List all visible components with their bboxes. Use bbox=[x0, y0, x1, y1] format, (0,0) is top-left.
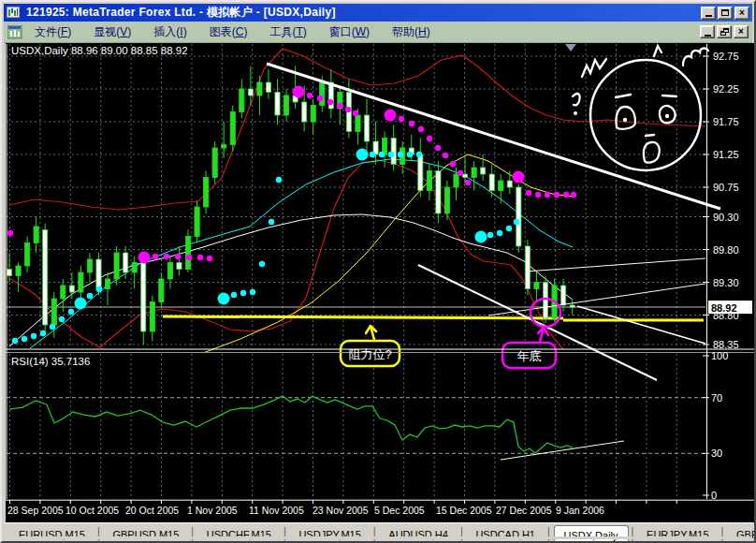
doodle-dot bbox=[665, 114, 669, 118]
status-strip bbox=[4, 536, 752, 539]
window-title: 121925: MetaTrader Forex Ltd. - 模拟帐户 - [… bbox=[26, 5, 701, 21]
price-tick-label: 89.80 bbox=[713, 244, 739, 256]
sar-dot-cyan bbox=[407, 152, 413, 157]
rsi-indicator-label: RSI(14) 35.7136 bbox=[11, 356, 90, 367]
chart-tab-eurusd-m15[interactable]: EURUSD,M15 bbox=[9, 526, 94, 542]
child-close-button[interactable]: × bbox=[734, 25, 749, 38]
doodle-stroke bbox=[646, 135, 654, 136]
rsi-tick-label: 0 bbox=[711, 490, 717, 501]
chart-tab-usdx-daily[interactable]: USDX,Daily bbox=[554, 525, 629, 543]
sar-dot-magenta bbox=[345, 107, 351, 112]
chart-tab-gbpchf-m15[interactable]: GBPCHF,M15 bbox=[727, 526, 756, 542]
sar-dot-magenta bbox=[207, 256, 212, 261]
sar-dot-magenta bbox=[164, 254, 169, 259]
sar-dot-magenta bbox=[293, 86, 305, 98]
sar-dot-magenta bbox=[435, 145, 441, 151]
minimize-button[interactable] bbox=[701, 7, 716, 20]
menu-item-t[interactable]: 工具(T) bbox=[261, 22, 314, 42]
chart-tab-eurjpy-m15[interactable]: EURJPY,M15 bbox=[637, 526, 718, 542]
chart-tab-usdcad-h1[interactable]: USDCAD,H1 bbox=[466, 526, 545, 542]
date-label: 15 Dec 2005 bbox=[436, 505, 492, 516]
price-tick-label: 91.25 bbox=[713, 149, 739, 160]
sar-dot-magenta bbox=[443, 153, 448, 158]
chart-tab-audusd-h4[interactable]: AUDUSD,H4 bbox=[379, 526, 458, 542]
sar-dot-magenta bbox=[337, 103, 342, 109]
sar-dot-magenta bbox=[513, 171, 525, 183]
menu-item-w[interactable]: 窗口(W) bbox=[321, 22, 378, 42]
sar-dot-cyan bbox=[68, 309, 74, 315]
sar-dot-magenta bbox=[545, 192, 550, 198]
chart-canvas[interactable]: 阻力位?年底92.7592.2591.7591.2590.7590.3089.8… bbox=[2, 43, 756, 522]
sar-dot-cyan bbox=[40, 330, 46, 336]
candle bbox=[230, 106, 235, 152]
app-icon bbox=[7, 6, 22, 20]
sar-dot-cyan bbox=[87, 293, 93, 299]
tab-divider: │ bbox=[545, 527, 554, 542]
metatrader-window: 121925: MetaTrader Forex Ltd. - 模拟帐户 - [… bbox=[0, 0, 756, 543]
candle bbox=[141, 257, 146, 345]
rsi-tick-label: 100 bbox=[711, 350, 728, 361]
sar-dot-magenta bbox=[427, 136, 432, 141]
sar-dot-cyan bbox=[75, 298, 87, 310]
sar-dot-magenta bbox=[571, 192, 576, 198]
chart-tab-usdjpy-m15[interactable]: USDJPY,M15 bbox=[289, 526, 370, 542]
sar-dot-cyan bbox=[356, 149, 369, 161]
sar-dot-cyan bbox=[250, 289, 255, 295]
close-icon: × bbox=[739, 8, 745, 18]
tab-divider: │ bbox=[94, 527, 104, 542]
sar-dot-cyan bbox=[59, 316, 65, 322]
sar-dot-cyan bbox=[96, 286, 102, 292]
close-button[interactable]: × bbox=[734, 7, 749, 20]
sar-dot-magenta bbox=[563, 192, 569, 198]
child-restore-button[interactable] bbox=[717, 25, 732, 38]
date-label: 20 Oct 2005 bbox=[125, 505, 179, 516]
sar-dot-magenta bbox=[197, 255, 203, 260]
price-tick-label: 89.30 bbox=[713, 277, 739, 288]
sar-dot-magenta bbox=[307, 93, 313, 98]
sar-dot-cyan bbox=[12, 338, 18, 344]
candle bbox=[525, 240, 530, 296]
sar-dot-magenta bbox=[138, 252, 151, 264]
tab-divider: │ bbox=[458, 527, 467, 542]
sar-dot-cyan bbox=[50, 324, 55, 330]
sar-dot-magenta bbox=[418, 126, 424, 132]
candle bbox=[204, 171, 209, 214]
candle bbox=[185, 230, 190, 273]
sar-dot-magenta bbox=[7, 230, 13, 236]
price-tick-label: 92.25 bbox=[713, 83, 739, 95]
chart-tab-usdchf-m15[interactable]: USDCHF,M15 bbox=[197, 526, 281, 542]
sar-dot-magenta bbox=[186, 255, 192, 260]
annotation-text: 阻力位? bbox=[348, 347, 391, 361]
tab-divider: │ bbox=[281, 527, 290, 542]
menu-item-c[interactable]: 图表(C) bbox=[201, 22, 256, 42]
title-bar[interactable]: 121925: MetaTrader Forex Ltd. - 模拟帐户 - [… bbox=[4, 4, 752, 22]
menu-item-h[interactable]: 帮助(H) bbox=[384, 22, 439, 42]
date-label: 5 Dec 2005 bbox=[374, 505, 425, 516]
sar-dot-cyan bbox=[269, 219, 274, 225]
sar-dot-cyan bbox=[475, 231, 487, 243]
chart-tab-gbpusd-m15[interactable]: GBPUSD,M15 bbox=[103, 526, 188, 542]
maximize-button[interactable] bbox=[718, 7, 733, 20]
menu-item-f[interactable]: 文件(F) bbox=[26, 22, 80, 42]
candle bbox=[516, 184, 521, 254]
menu-item-i[interactable]: 插入(I) bbox=[145, 22, 195, 42]
rsi-tick-label: 30 bbox=[711, 448, 722, 459]
price-tick-label: 88.35 bbox=[713, 339, 739, 350]
sar-dot-cyan bbox=[218, 293, 230, 305]
sar-dot-cyan bbox=[276, 177, 282, 183]
sar-dot-cyan bbox=[398, 152, 403, 157]
sar-dot-magenta bbox=[353, 110, 358, 116]
date-label: 9 Jan 2006 bbox=[556, 505, 604, 516]
tab-divider: │ bbox=[188, 527, 197, 542]
sar-dot-magenta bbox=[465, 180, 471, 185]
sar-dot-cyan bbox=[240, 290, 246, 296]
sar-dot-cyan bbox=[416, 152, 422, 157]
child-minimize-button[interactable] bbox=[700, 25, 715, 38]
menu-item-v[interactable]: 显视(V) bbox=[85, 22, 139, 42]
sar-dot-magenta bbox=[458, 170, 463, 176]
tab-divider: │ bbox=[719, 527, 728, 542]
candle bbox=[43, 224, 48, 335]
sar-dot-cyan bbox=[31, 333, 36, 339]
price-tick-label: 92.75 bbox=[713, 51, 739, 62]
last-price-tag-text: 88.92 bbox=[711, 302, 737, 314]
